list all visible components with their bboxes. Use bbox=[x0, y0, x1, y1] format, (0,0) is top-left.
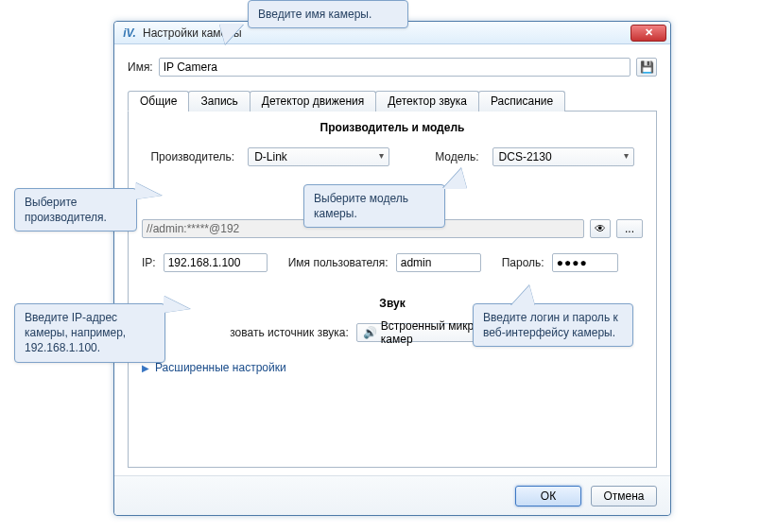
model-value: DCS-2130 bbox=[499, 150, 552, 163]
callout-manufacturer: Выберите производителя. bbox=[14, 188, 137, 232]
callout-login-text: Введите логин и пароль к веб-интерфейсу … bbox=[483, 311, 618, 339]
password-input[interactable] bbox=[552, 253, 618, 272]
tab-schedule[interactable]: Расписание bbox=[478, 91, 565, 112]
close-icon: ✕ bbox=[645, 26, 653, 39]
sound-source-label: зовать источник звука: bbox=[230, 326, 349, 339]
name-label: Имя: bbox=[128, 60, 153, 74]
model-combo[interactable]: DCS-2130 bbox=[492, 147, 634, 166]
callout-ip-tail bbox=[164, 296, 190, 313]
tabstrip: Общие Запись Детектор движения Детектор … bbox=[128, 90, 657, 112]
callout-name-tail bbox=[219, 24, 244, 44]
callout-manufacturer-tail bbox=[135, 182, 162, 199]
password-label: Пароль: bbox=[502, 256, 544, 269]
manufacturer-combo[interactable]: D-Link bbox=[248, 147, 389, 166]
tab-motion[interactable]: Детектор движения bbox=[250, 91, 376, 112]
callout-manufacturer-text: Выберите производителя. bbox=[25, 196, 107, 224]
callout-model-text: Выберите модель камеры. bbox=[314, 192, 408, 220]
url-more-button[interactable]: ... bbox=[616, 219, 643, 238]
callout-ip-text: Введите IP-адрес камеры, например, 192.1… bbox=[25, 311, 126, 354]
callout-name: Введите имя камеры. bbox=[248, 0, 408, 28]
ip-label: IP: bbox=[142, 256, 156, 269]
save-icon: 💾 bbox=[640, 60, 654, 74]
dialog-body: Имя: 💾 Общие Запись Детектор движения Де… bbox=[114, 44, 670, 475]
ok-button[interactable]: ОК bbox=[515, 486, 581, 506]
ip-input[interactable] bbox=[164, 253, 268, 272]
callout-name-text: Введите имя камеры. bbox=[258, 8, 371, 21]
ellipsis-icon: ... bbox=[625, 222, 634, 235]
app-icon: iV. bbox=[122, 26, 137, 41]
tab-sound[interactable]: Детектор звука bbox=[375, 91, 479, 112]
advanced-settings-toggle[interactable]: ▶ Расширенные настройки bbox=[142, 361, 643, 374]
cancel-button[interactable]: Отмена bbox=[591, 486, 657, 506]
tab-general[interactable]: Общие bbox=[128, 91, 189, 112]
eye-icon: 👁 bbox=[595, 222, 606, 235]
camera-settings-dialog: iV. Настройки камеры ✕ Имя: 💾 Общие Запи… bbox=[113, 21, 671, 516]
show-url-button[interactable]: 👁 bbox=[590, 219, 611, 238]
camera-name-input[interactable] bbox=[159, 58, 630, 77]
callout-model-tail bbox=[442, 168, 467, 189]
close-button[interactable]: ✕ bbox=[630, 25, 666, 42]
name-row: Имя: 💾 bbox=[128, 58, 657, 77]
credentials-row: IP: Имя пользователя: Пароль: bbox=[142, 253, 643, 272]
microphone-icon: 🔊 bbox=[363, 326, 377, 339]
username-input[interactable] bbox=[396, 253, 481, 272]
model-label: Модель: bbox=[435, 150, 478, 163]
manufacturer-value: D-Link bbox=[254, 150, 287, 163]
chevron-right-icon: ▶ bbox=[142, 363, 149, 373]
advanced-settings-label: Расширенные настройки bbox=[155, 361, 286, 374]
callout-login-tail bbox=[510, 285, 535, 306]
callout-login: Введите логин и пароль к веб-интерфейсу … bbox=[473, 303, 633, 347]
tab-record[interactable]: Запись bbox=[188, 91, 250, 112]
manufacturer-label: Производитель: bbox=[150, 150, 234, 163]
general-panel: Производитель и модель Производитель: D-… bbox=[128, 112, 657, 468]
name-picker-button[interactable]: 💾 bbox=[636, 58, 657, 77]
callout-model: Выберите модель камеры. bbox=[303, 184, 445, 228]
manufacturer-model-heading: Производитель и модель bbox=[142, 121, 643, 134]
manufacturer-model-row: Производитель: D-Link Модель: DCS-2130 bbox=[142, 147, 643, 166]
callout-ip: Введите IP-адрес камеры, например, 192.1… bbox=[14, 303, 165, 363]
username-label: Имя пользователя: bbox=[288, 256, 389, 269]
dialog-footer: ОК Отмена bbox=[114, 475, 670, 515]
